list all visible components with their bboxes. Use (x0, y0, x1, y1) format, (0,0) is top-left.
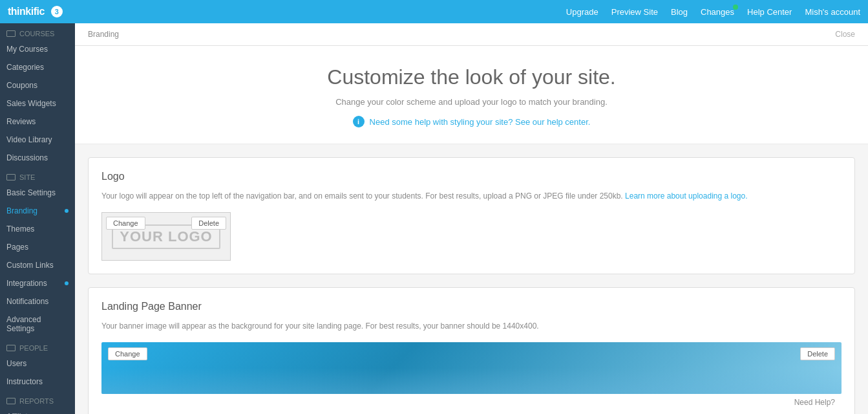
banner-description: Your banner image will appear as the bac… (101, 320, 842, 332)
account-link[interactable]: Mish's account (805, 7, 860, 17)
help-center-link[interactable]: Help Center (747, 7, 792, 17)
nav-badge: 3 (51, 6, 63, 17)
sidebar-item-integrations[interactable]: Integrations (0, 274, 75, 292)
sidebar: Courses My Courses Categories Coupons Sa… (0, 23, 75, 414)
sidebar-item-users[interactable]: Users (0, 354, 75, 373)
logo-title: Logo (101, 171, 842, 182)
banner-button-row: Change Delete (101, 347, 842, 360)
top-nav-links: Upgrade Preview Site Blog Changes Help C… (566, 7, 860, 17)
reports-icon (6, 398, 16, 404)
courses-section-label: Courses (0, 23, 75, 40)
brand-logo: thinkific (8, 6, 45, 17)
logo-delete-button[interactable]: Delete (191, 217, 226, 230)
top-navigation: thinkific 3 Upgrade Preview Site Blog Ch… (0, 0, 868, 23)
sidebar-item-notifications[interactable]: Notifications (0, 292, 75, 310)
need-help-label: Need Help? (101, 394, 842, 411)
sidebar-item-video-library[interactable]: Video Library (0, 131, 75, 149)
banner-change-button[interactable]: Change (108, 347, 147, 360)
help-link[interactable]: Need some help with styling your site? S… (370, 117, 591, 127)
breadcrumb-bar: Branding Close (75, 23, 868, 46)
hero-section: Customize the look of your site. Change … (75, 46, 868, 144)
banner-mountain (101, 368, 842, 394)
banner-preview-box: Change Delete (101, 342, 842, 394)
brand-area: thinkific 3 (8, 6, 63, 17)
site-icon (6, 174, 16, 180)
courses-icon (6, 30, 16, 37)
info-icon: i (353, 116, 365, 127)
changes-link[interactable]: Changes (701, 7, 734, 17)
sidebar-item-themes[interactable]: Themes (0, 220, 75, 238)
main-layout: Courses My Courses Categories Coupons Sa… (0, 23, 868, 414)
logo-preview-box: Change Delete YOUR LOGO (101, 212, 231, 261)
blog-link[interactable]: Blog (671, 7, 688, 17)
logo-button-row: Change Delete (102, 217, 230, 230)
banner-delete-button[interactable]: Delete (800, 347, 835, 360)
sidebar-item-coupons[interactable]: Coupons (0, 76, 75, 94)
sidebar-item-custom-links[interactable]: Custom Links (0, 256, 75, 274)
content-area: Logo Your logo will appear on the top le… (75, 144, 868, 414)
sidebar-item-affiliates[interactable]: Affiliates (0, 408, 75, 414)
logo-description: Your logo will appear on the top left of… (101, 190, 842, 202)
sidebar-item-my-courses[interactable]: My Courses (0, 40, 75, 58)
sidebar-item-pages[interactable]: Pages (0, 238, 75, 256)
close-button[interactable]: Close (835, 30, 855, 39)
sidebar-item-advanced-settings[interactable]: Advanced Settings (0, 310, 75, 338)
people-icon (6, 345, 16, 351)
hero-subtitle: Change your color scheme and upload your… (88, 97, 855, 107)
branding-dot (65, 209, 69, 213)
logo-change-button[interactable]: Change (106, 217, 145, 230)
sidebar-item-sales-widgets[interactable]: Sales Widgets (0, 94, 75, 113)
sidebar-item-branding[interactable]: Branding (0, 202, 75, 220)
changes-dot (733, 5, 738, 10)
breadcrumb: Branding (88, 30, 119, 39)
sidebar-item-basic-settings[interactable]: Basic Settings (0, 184, 75, 202)
banner-title: Landing Page Banner (101, 301, 842, 312)
sidebar-item-categories[interactable]: Categories (0, 58, 75, 76)
preview-site-link[interactable]: Preview Site (611, 7, 658, 17)
people-section-label: People (0, 338, 75, 354)
sidebar-item-reviews[interactable]: Reviews (0, 113, 75, 131)
sidebar-item-instructors[interactable]: Instructors (0, 373, 75, 391)
sidebar-item-discussions[interactable]: Discussions (0, 149, 75, 167)
logo-learn-more-link[interactable]: Learn more about uploading a logo. (625, 191, 747, 201)
hero-help: i Need some help with styling your site?… (88, 116, 855, 127)
upgrade-link[interactable]: Upgrade (566, 7, 598, 17)
reports-section-label: Reports (0, 391, 75, 408)
integrations-dot (65, 281, 69, 285)
hero-title: Customize the look of your site. (88, 65, 855, 89)
logo-card: Logo Your logo will appear on the top le… (88, 157, 855, 274)
main-content: Branding Close Customize the look of you… (75, 23, 868, 414)
site-section-label: Site (0, 167, 75, 184)
banner-card: Landing Page Banner Your banner image wi… (88, 287, 855, 414)
